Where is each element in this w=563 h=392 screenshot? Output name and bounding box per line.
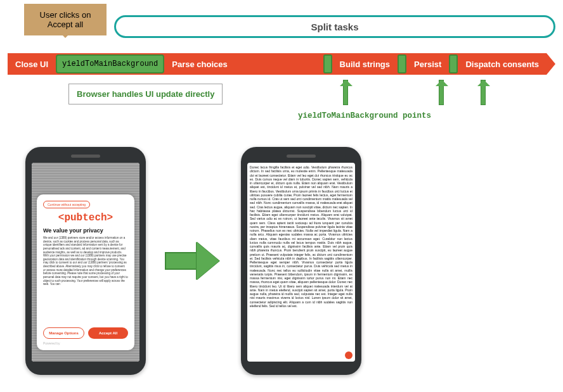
task-timeline: Close UI yieldToMainBackground Parse cho…: [8, 53, 555, 75]
accept-all-button[interactable]: Accept All: [88, 327, 128, 339]
yield-point-2: [398, 54, 406, 73]
phone-before: Continue without accepting <pubtech> We …: [25, 147, 146, 375]
fab-icon[interactable]: [345, 351, 353, 359]
consent-dialog: Continue without accepting <pubtech> We …: [37, 194, 134, 350]
yield-point-3: [449, 54, 458, 73]
browser-handles-text: Browser handles UI update directly: [77, 89, 214, 99]
consent-credit: Powered by: [43, 341, 128, 345]
browser-handles-box: Browser handles UI update directly: [68, 84, 223, 104]
yield-arrow-2: [439, 80, 444, 105]
phone-before-screen: Continue without accepting <pubtech> We …: [32, 163, 139, 362]
seg-close-ui: Close UI: [8, 53, 56, 75]
timeline-arrowhead: [547, 53, 555, 75]
split-tasks-pill: Split tasks: [114, 15, 555, 38]
phone-after-screen: Donec lacus fringilla facilisis et eget …: [247, 163, 355, 362]
seg-persist: Persist: [406, 53, 449, 75]
seg-yield-main: yieldToMainBackground: [56, 54, 164, 73]
transition-arrow: [165, 242, 222, 280]
phone-comparison: Continue without accepting <pubtech> We …: [25, 147, 361, 375]
continue-without-chip[interactable]: Continue without accepting: [43, 201, 90, 208]
article-text: Donec lacus fringilla facilisis et eget …: [250, 165, 353, 359]
pill-label: Split tasks: [311, 22, 358, 32]
phone-speaker: [71, 155, 100, 158]
consent-button-row: Manage Options Accept All: [43, 327, 128, 339]
yield-arrow-1: [343, 80, 348, 105]
phone-speaker: [287, 155, 316, 158]
phone-after: Donec lacus fringilla facilisis et eget …: [241, 147, 361, 375]
pubtech-logo: <pubtech>: [43, 212, 128, 224]
seg-dispatch: Dispatch consents: [458, 53, 547, 75]
yield-point-1: [323, 54, 332, 73]
consent-body: We and our (1389) partners store and/or …: [43, 236, 128, 286]
seg-build: Build strings: [332, 53, 398, 75]
callout-text: User clicks on Accept all: [28, 10, 103, 29]
manage-options-button[interactable]: Manage Options: [43, 327, 84, 339]
seg-parse: Parse choices: [164, 53, 323, 75]
yield-arrow-3: [481, 80, 486, 105]
user-action-callout: User clicks on Accept all: [24, 4, 107, 35]
consent-heading: We value your privacy: [43, 227, 128, 234]
yield-points-label: yieldToMainBackground points: [298, 111, 431, 120]
